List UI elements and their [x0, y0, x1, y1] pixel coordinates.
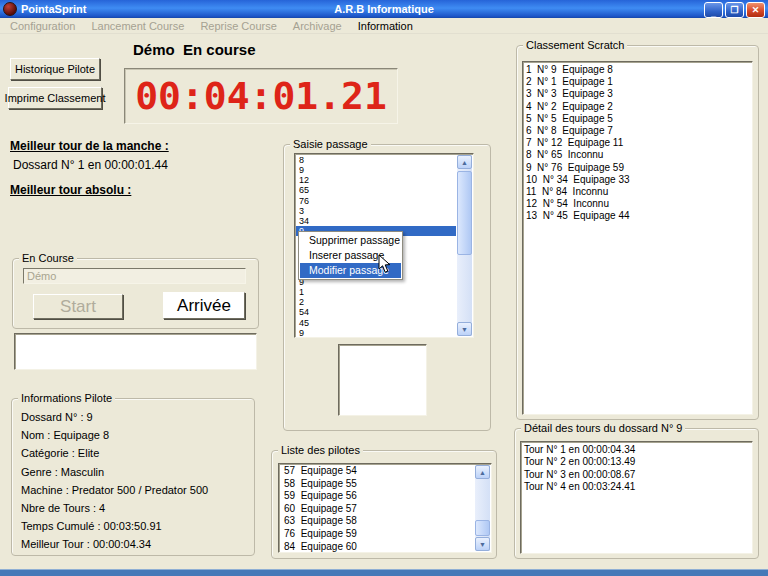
- best-lap-absolute-label: Meilleur tour absolu :: [10, 183, 131, 197]
- passage-list-item[interactable]: 34: [296, 216, 456, 226]
- classement-list-item[interactable]: 1 N° 9 Equipage 8: [523, 64, 752, 76]
- classement-scratch-group: Classement Scratch 1 N° 9 Equipage 82 N°…: [516, 45, 759, 420]
- menu-item[interactable]: Archivage: [285, 20, 350, 32]
- tour-list-item[interactable]: Tour N° 3 en 00:00:08.67: [521, 469, 752, 481]
- close-button[interactable]: ✕: [746, 2, 765, 18]
- pilote-list-item[interactable]: 76 Equipage 59: [280, 528, 474, 541]
- minimize-icon: _: [711, 9, 716, 18]
- en-course-group-title: En Course: [19, 252, 77, 264]
- pilote-list-item[interactable]: 57 Equipage 54: [280, 465, 474, 478]
- saisie-scrollbar[interactable]: ▲ ▼: [457, 155, 472, 336]
- passage-list-item[interactable]: 76: [296, 196, 456, 206]
- classement-list-item[interactable]: 7 N° 12 Equipage 11: [523, 137, 752, 149]
- best-lap-heat-label: Meilleur tour de la manche :: [10, 139, 169, 153]
- classement-listbox[interactable]: 1 N° 9 Equipage 82 N° 1 Equipage 13 N° 3…: [522, 61, 753, 415]
- classement-list-item[interactable]: 9 N° 76 Equipage 59: [523, 162, 752, 174]
- course-name-input[interactable]: Démo: [23, 268, 246, 284]
- liste-pilotes-title: Liste des pilotes: [278, 444, 363, 456]
- context-menu-item[interactable]: Supprimer passage: [300, 233, 401, 248]
- race-status-heading: Démo En course: [133, 41, 256, 58]
- app-icon: [3, 2, 17, 16]
- historique-pilote-button[interactable]: Historique Pilote: [10, 58, 100, 80]
- app-window: PointaSprint A.R.B Informatique _ ❐ ✕ Co…: [0, 0, 768, 576]
- passage-list-item[interactable]: 9: [296, 328, 456, 338]
- menu-item[interactable]: Lancement Course: [83, 20, 192, 32]
- titlebar[interactable]: PointaSprint A.R.B Informatique _ ❐ ✕: [0, 0, 768, 18]
- passage-list-item[interactable]: 54: [296, 307, 456, 317]
- classement-list-item[interactable]: 8 N° 65 Inconnu: [523, 149, 752, 161]
- restore-button[interactable]: ❐: [725, 2, 744, 18]
- detail-tours-title: Détail des tours du dossard N° 9: [521, 422, 685, 434]
- scroll-up-icon[interactable]: ▲: [475, 465, 490, 479]
- liste-pilotes-group: Liste des pilotes 57 Equipage 5458 Equip…: [271, 450, 497, 559]
- detail-tours-items: Tour N° 1 en 00:00:04.34Tour N° 2 en 00:…: [521, 444, 752, 493]
- liste-pilotes-items: 57 Equipage 5458 Equipage 5559 Equipage …: [280, 465, 474, 553]
- pilot-info-line: Dossard N° : 9: [21, 408, 250, 426]
- race-clock-display: 00:04:01.21: [124, 68, 398, 124]
- window-controls: _ ❐ ✕: [704, 2, 765, 18]
- pilote-list-item[interactable]: 58 Equipage 55: [280, 478, 474, 491]
- passage-list-item[interactable]: 3: [296, 206, 456, 216]
- pilotes-scrollbar-thumb[interactable]: [475, 520, 490, 536]
- menu-item[interactable]: Configuration: [2, 20, 83, 32]
- close-icon: ✕: [752, 6, 760, 15]
- informations-pilote-group: Informations Pilote Dossard N° : 9Nom : …: [11, 398, 255, 556]
- liste-pilotes-listbox[interactable]: 57 Equipage 5458 Equipage 5559 Equipage …: [278, 463, 492, 553]
- classement-scratch-title: Classement Scratch: [523, 39, 627, 51]
- passage-list-item[interactable]: 2: [296, 297, 456, 307]
- classement-list-item[interactable]: 12 N° 54 Inconnu: [523, 198, 752, 210]
- scroll-down-icon[interactable]: ▼: [457, 322, 472, 336]
- saisie-passage-group: Saisie passage 891265763349812391254459 …: [283, 144, 491, 431]
- window-title: PointaSprint: [21, 3, 86, 15]
- detail-tours-listbox[interactable]: Tour N° 1 en 00:00:04.34Tour N° 2 en 00:…: [520, 441, 753, 554]
- pilot-info-line: Meilleur Tour : 00:00:04.34: [21, 535, 250, 553]
- classement-list-item[interactable]: 13 N° 45 Equipage 44: [523, 210, 752, 222]
- saisie-passage-title: Saisie passage: [290, 138, 371, 150]
- classement-list-item[interactable]: 11 N° 84 Inconnu: [523, 186, 752, 198]
- start-button[interactable]: Start: [33, 294, 123, 319]
- pilote-list-item[interactable]: 59 Equipage 56: [280, 490, 474, 503]
- classement-list-item[interactable]: 5 N° 5 Equipage 5: [523, 113, 752, 125]
- pilot-info-line: Nom : Equipage 8: [21, 426, 250, 444]
- classement-list-item[interactable]: 6 N° 8 Equipage 7: [523, 125, 752, 137]
- menu-item[interactable]: Reprise Course: [192, 20, 284, 32]
- pilot-info-line: Nbre de Tours : 4: [21, 499, 250, 517]
- menubar: ConfigurationLancement CourseReprise Cou…: [0, 18, 768, 34]
- classement-list-item[interactable]: 3 N° 3 Equipage 3: [523, 88, 752, 100]
- pilotes-scrollbar[interactable]: ▲ ▼: [475, 465, 490, 551]
- classement-list-item[interactable]: 10 N° 34 Equipage 33: [523, 174, 752, 186]
- tour-list-item[interactable]: Tour N° 2 en 00:00:13.49: [521, 456, 752, 468]
- scroll-up-icon[interactable]: ▲: [457, 155, 472, 169]
- passage-entry-box[interactable]: [338, 344, 427, 416]
- message-box[interactable]: [14, 333, 257, 370]
- window-bottom-border: [0, 569, 768, 576]
- pilote-list-item[interactable]: 63 Equipage 58: [280, 515, 474, 528]
- classement-list-item[interactable]: 2 N° 1 Equipage 1: [523, 76, 752, 88]
- tour-list-item[interactable]: Tour N° 1 en 00:00:04.34: [521, 444, 752, 456]
- passage-list-item[interactable]: 9: [296, 165, 456, 175]
- minimize-button[interactable]: _: [704, 2, 723, 18]
- pilot-info-line: Temps Cumulé : 00:03:50.91: [21, 517, 250, 535]
- scroll-down-icon[interactable]: ▼: [475, 537, 490, 551]
- imprime-classement-button[interactable]: Imprime Classement: [8, 87, 102, 109]
- saisie-scrollbar-thumb[interactable]: [457, 171, 472, 255]
- arrivee-button[interactable]: Arrivée: [163, 292, 245, 319]
- window-title-center: A.R.B Informatique: [0, 3, 768, 15]
- pilote-list-item[interactable]: 84 Equipage 60: [280, 541, 474, 553]
- en-course-group: En Course Démo Start Arrivée: [12, 258, 259, 329]
- pilot-info-line: Catégorie : Elite: [21, 444, 250, 462]
- classement-list-item[interactable]: 4 N° 2 Equipage 2: [523, 101, 752, 113]
- pilot-info-line: Genre : Masculin: [21, 463, 250, 481]
- passage-list-item[interactable]: 45: [296, 318, 456, 328]
- passage-list-item[interactable]: 65: [296, 185, 456, 195]
- restore-icon: ❐: [730, 6, 738, 15]
- mouse-cursor-icon: [378, 254, 392, 275]
- menu-item[interactable]: Information: [350, 20, 421, 32]
- race-clock-value: 00:04:01.21: [135, 74, 387, 118]
- passage-list-item[interactable]: 8: [296, 155, 456, 165]
- detail-tours-group: Détail des tours du dossard N° 9 Tour N°…: [514, 428, 759, 559]
- pilote-list-item[interactable]: 60 Equipage 57: [280, 503, 474, 516]
- passage-list-item[interactable]: 12: [296, 175, 456, 185]
- tour-list-item[interactable]: Tour N° 4 en 00:03:24.41: [521, 481, 752, 493]
- passage-list-item[interactable]: 1: [296, 287, 456, 297]
